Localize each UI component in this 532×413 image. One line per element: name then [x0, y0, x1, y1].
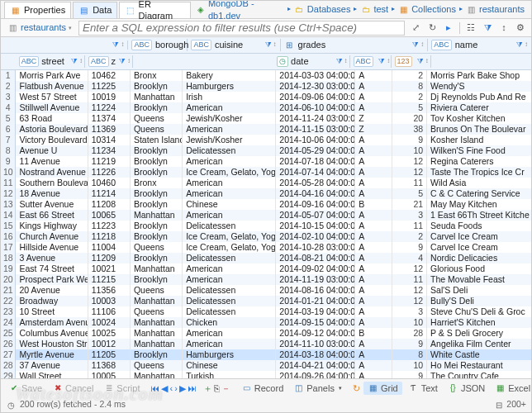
cell-grade[interactable]: A — [355, 317, 392, 328]
cell-zipcode[interactable]: 11234 — [88, 145, 131, 156]
cell-name[interactable]: Wilken'S Fine Food — [427, 145, 531, 156]
table-row[interactable]: 8Avenue U11234BrooklynDelicatessen2014-0… — [1, 145, 531, 156]
cell-borough[interactable]: Manhattan — [131, 328, 183, 339]
cell-zipcode[interactable]: 11224 — [88, 102, 131, 113]
cell-cuisine[interactable]: Ice Cream, Gelato, Yogurt, Ices — [183, 231, 276, 242]
cell-date[interactable]: 2014-05-29 04:00:00 — [276, 145, 355, 156]
cell-grade[interactable]: A — [355, 135, 392, 145]
cell-zipcode[interactable]: 11004 — [88, 242, 131, 253]
refresh-button[interactable]: ↻ — [353, 381, 360, 396]
group-grades[interactable]: ⊞ grades ⧩↕ — [281, 39, 429, 50]
cell-street[interactable]: 37 Avenue — [16, 360, 88, 371]
next-row-button[interactable]: › — [174, 381, 178, 396]
table-row[interactable]: 17Hillside Avenue11004QueensIce Cream, G… — [1, 242, 531, 253]
cell-zipcode[interactable]: 10003 — [88, 296, 131, 306]
sql-filter-input[interactable] — [78, 21, 405, 36]
duplicate-row-button[interactable]: ⎘ — [214, 381, 220, 396]
table-row[interactable]: 29Wall Street10005ManhattanTurkish2014-0… — [1, 371, 531, 378]
group-borough[interactable]: ABC borough ⧩↕ — [128, 39, 188, 50]
cell-grade[interactable]: A — [355, 296, 392, 306]
cell-zipcode[interactable]: 11225 — [88, 81, 131, 92]
filter-icon[interactable]: ⧩↕ — [112, 40, 124, 50]
cell-zipcode[interactable]: 11106 — [88, 306, 131, 317]
cell-street[interactable]: Kings Highway — [16, 221, 88, 231]
cell-grade[interactable]: A — [355, 253, 392, 263]
data-grid[interactable]: 1Morris Park Ave10462BronxBakery2014-03-… — [1, 70, 531, 378]
cell-name[interactable]: Morris Park Bake Shop — [427, 70, 531, 81]
cell-grade[interactable]: A — [355, 221, 392, 231]
cell-name[interactable]: Glorious Food — [427, 263, 531, 274]
table-row[interactable]: 1218 Avenue11214BrooklynAmerican2014-04-… — [1, 188, 531, 199]
cell-date[interactable]: 2014-09-02 04:00:00 — [276, 263, 355, 274]
cell-street[interactable]: 3 Avenue — [16, 253, 88, 263]
cell-cuisine[interactable]: Bakery — [183, 70, 276, 81]
panels-button[interactable]: ◫Panels▾ — [289, 382, 346, 395]
cell-cuisine[interactable]: Chinese — [183, 199, 276, 210]
save-button[interactable]: ✔Save — [4, 382, 46, 395]
cell-grade[interactable]: A — [355, 102, 392, 113]
cell-grade[interactable]: A — [355, 92, 392, 102]
cell-cuisine[interactable]: Jewish/Kosher — [183, 135, 276, 145]
cell-cuisine[interactable]: Chicken — [183, 317, 276, 328]
col-zipcode[interactable]: ABC zipcode ⧩↕ — [85, 55, 133, 67]
cell-date[interactable]: 2014-10-28 03:00:00 — [276, 242, 355, 253]
cell-cuisine[interactable]: Ice Cream, Gelato, Yogurt, Ices — [183, 242, 276, 253]
col-score[interactable]: 123 score ⧩↕ — [392, 55, 431, 67]
cell-borough[interactable]: Brooklyn — [131, 188, 183, 199]
cell-cuisine[interactable]: Ice Cream, Gelato, Yogurt, Ices — [183, 167, 276, 178]
col-street[interactable]: ABC street ⧩↕ — [16, 55, 85, 67]
cell-street[interactable]: Sutter Avenue — [16, 199, 88, 210]
schema-link[interactable]: 🗀 test — [357, 3, 392, 15]
cell-score[interactable]: 3 — [392, 306, 428, 317]
cell-date[interactable]: 2014-03-03 04:00:00 — [276, 70, 355, 81]
table-row[interactable]: 24Amsterdam Avenue10024ManhattanChicken2… — [1, 317, 531, 328]
cell-zipcode[interactable]: 10460 — [88, 178, 131, 188]
cell-name[interactable]: P & S Deli Grocery — [427, 328, 531, 339]
cell-date[interactable]: 2014-03-19 04:00:00 — [276, 306, 355, 317]
cell-name[interactable]: Harriet'S Kitchen — [427, 317, 531, 328]
collections-link[interactable]: ▦ Collections — [395, 3, 459, 15]
cell-zipcode[interactable]: 10065 — [88, 210, 131, 221]
cell-cuisine[interactable]: Jewish/Kosher — [183, 113, 276, 124]
cell-zipcode[interactable]: 11369 — [88, 124, 131, 135]
cell-score[interactable]: 5 — [392, 102, 428, 113]
cell-borough[interactable]: Staten Island — [131, 135, 183, 145]
cell-grade[interactable]: A — [355, 274, 392, 285]
cell-street[interactable]: Victory Boulevard — [16, 135, 88, 145]
cell-borough[interactable]: Brooklyn — [131, 274, 183, 285]
cell-borough[interactable]: Queens — [131, 113, 183, 124]
table-row[interactable]: 27Myrtle Avenue11205BrooklynHamburgers20… — [1, 349, 531, 360]
history-icon[interactable]: ↻ — [425, 21, 439, 36]
cell-street[interactable]: 18 Avenue — [16, 188, 88, 199]
cell-borough[interactable]: Queens — [131, 306, 183, 317]
table-row[interactable]: 22Broadway10003ManhattanDelicatessen2014… — [1, 296, 531, 306]
last-page-button[interactable]: ⏭ — [188, 381, 197, 396]
cell-date[interactable]: 2014-09-06 04:00:00 — [276, 92, 355, 102]
cell-grade[interactable]: A — [355, 285, 392, 296]
cell-grade[interactable]: A — [355, 156, 392, 167]
cell-borough[interactable]: Brooklyn — [131, 102, 183, 113]
cell-score[interactable]: 3 — [392, 210, 428, 221]
cell-grade[interactable]: A — [355, 339, 392, 349]
cell-zipcode[interactable]: 10021 — [88, 263, 131, 274]
cell-street[interactable]: Nostrand Avenue — [16, 167, 88, 178]
cell-zipcode[interactable]: 10005 — [88, 371, 131, 378]
cell-grade[interactable]: A — [355, 263, 392, 274]
cell-score[interactable]: 9 — [392, 371, 428, 378]
cell-name[interactable]: Regina Caterers — [427, 156, 531, 167]
cell-name[interactable]: Seuda Foods — [427, 221, 531, 231]
cell-date[interactable]: 2014-11-19 03:00:00 — [276, 274, 355, 285]
table-row[interactable]: 26West Houston Street10012ManhattanAmeri… — [1, 339, 531, 349]
columns-icon[interactable]: ☷ — [463, 21, 478, 36]
cell-grade[interactable]: A — [355, 231, 392, 242]
sort-icon[interactable]: ↕ — [496, 21, 511, 36]
cell-score[interactable]: 12 — [392, 167, 428, 178]
cell-borough[interactable]: Brooklyn — [131, 221, 183, 231]
cell-score[interactable]: 21 — [392, 199, 428, 210]
cell-zipcode[interactable]: 11219 — [88, 156, 131, 167]
col-date[interactable]: ◷ date ⧩↕ — [273, 55, 350, 67]
table-row[interactable]: 11Southern Boulevard10460BronxAmerican20… — [1, 178, 531, 188]
table-row[interactable]: 563 Road11374QueensJewish/Kosher2014-11-… — [1, 113, 531, 124]
cell-cuisine[interactable]: American — [183, 124, 276, 135]
cell-score[interactable]: 8 — [392, 81, 428, 92]
